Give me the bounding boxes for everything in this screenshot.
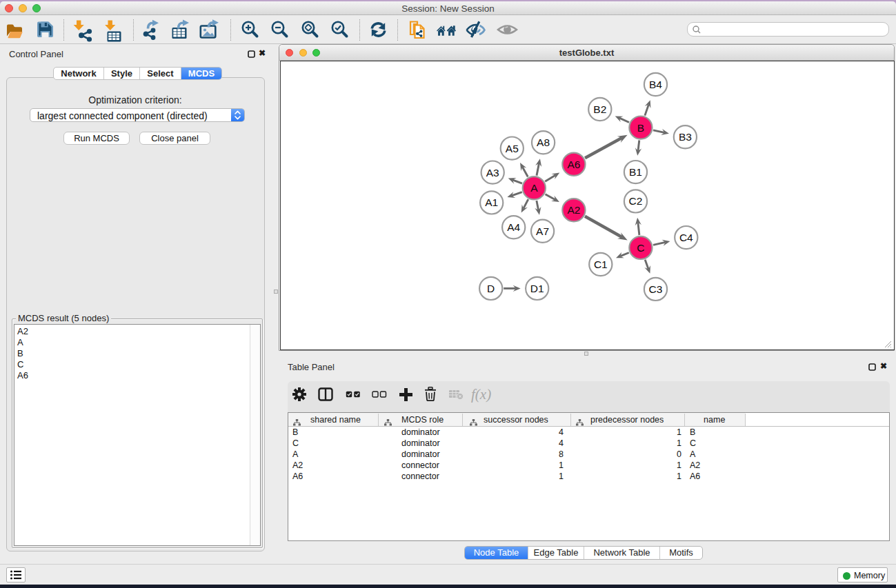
svg-text:A: A: [530, 182, 538, 194]
svg-text:D1: D1: [530, 283, 544, 294]
svg-text:A7: A7: [536, 225, 549, 237]
svg-text:B4: B4: [649, 79, 662, 90]
svg-text:D: D: [487, 283, 495, 294]
svg-text:A1: A1: [485, 196, 498, 208]
svg-text:C1: C1: [594, 258, 608, 270]
svg-text:A6: A6: [567, 159, 580, 170]
svg-text:C: C: [637, 242, 644, 254]
svg-text:A5: A5: [506, 143, 519, 154]
svg-text:C2: C2: [629, 195, 643, 207]
svg-text:A4: A4: [507, 221, 520, 233]
svg-text:B1: B1: [629, 166, 642, 178]
svg-text:C4: C4: [679, 232, 693, 243]
svg-text:B2: B2: [593, 103, 606, 115]
svg-text:A2: A2: [567, 204, 580, 216]
svg-text:B: B: [637, 122, 644, 134]
svg-text:C3: C3: [649, 283, 663, 295]
svg-text:B3: B3: [679, 131, 692, 143]
svg-text:A3: A3: [486, 167, 499, 179]
svg-text:A8: A8: [537, 136, 550, 148]
